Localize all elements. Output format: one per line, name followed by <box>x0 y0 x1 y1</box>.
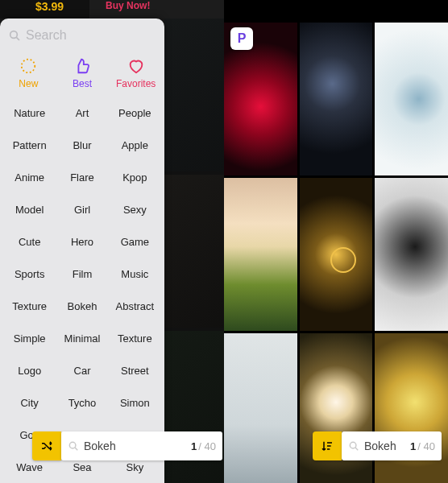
wallpaper-tile[interactable] <box>375 23 448 175</box>
category-item[interactable]: Hero <box>71 236 93 248</box>
search-placeholder: Search <box>26 28 67 43</box>
svg-point-3 <box>69 442 76 448</box>
category-item[interactable]: Simon <box>120 397 150 409</box>
bottom-search-pill[interactable]: Bokeh 1 / 40 <box>342 431 442 460</box>
right-screenshot: P Bokeh 1 / 40 <box>224 0 448 483</box>
heart-icon <box>127 57 145 75</box>
category-item[interactable]: Nature <box>14 107 45 119</box>
category-item[interactable]: Bokeh <box>68 300 97 312</box>
sort-icon <box>321 440 334 452</box>
category-item[interactable]: Girl <box>74 204 90 216</box>
wallpaper-tile[interactable] <box>375 333 448 483</box>
category-item[interactable]: Music <box>121 268 148 280</box>
category-item[interactable]: Apple <box>122 139 148 151</box>
sort-button[interactable] <box>313 431 342 460</box>
sun-icon <box>19 57 37 75</box>
category-item[interactable]: Flare <box>70 171 94 184</box>
bottom-search-pill[interactable]: Bokeh 1 / 40 <box>61 431 222 460</box>
category-item[interactable]: Sky <box>126 461 143 473</box>
sidebar-sheet: Search New Best Favorites Nature Art Peo… <box>0 19 164 483</box>
category-item[interactable]: Pattern <box>13 139 47 151</box>
category-item[interactable]: Minimal <box>64 332 101 345</box>
category-item[interactable]: Street <box>121 365 149 377</box>
bottom-toolbar-right: Bokeh 1 / 40 <box>313 431 442 460</box>
top-banner: $3.99 Buy Now! <box>0 0 224 19</box>
category-item[interactable]: Texture <box>118 332 152 345</box>
category-item[interactable]: Texture <box>12 300 47 312</box>
svg-line-1 <box>16 37 19 40</box>
svg-point-5 <box>350 442 356 448</box>
category-item[interactable]: Anime <box>15 171 44 184</box>
thumbs-up-icon <box>73 57 91 75</box>
category-item[interactable]: People <box>118 107 151 119</box>
wallpaper-tile[interactable] <box>224 333 297 483</box>
category-item[interactable]: City <box>20 397 38 409</box>
category-item[interactable]: Car <box>74 365 91 377</box>
app-badge[interactable]: P <box>230 27 253 50</box>
result-current: 1 <box>191 440 197 452</box>
category-item[interactable]: Tycho <box>68 397 97 409</box>
svg-line-6 <box>355 448 358 450</box>
filter-tabs: New Best Favorites <box>0 52 164 97</box>
tab-favorites[interactable]: Favorites <box>112 57 160 89</box>
wallpaper-grid <box>224 23 448 483</box>
category-item[interactable]: Game <box>121 236 149 248</box>
bottom-toolbar-left: Bokeh 1 / 40 <box>32 431 222 460</box>
shuffle-icon <box>40 440 53 452</box>
category-item[interactable]: Film <box>73 268 93 280</box>
category-item[interactable]: Simple <box>14 332 46 345</box>
search-icon <box>348 440 359 452</box>
svg-point-2 <box>22 60 35 73</box>
tab-new[interactable]: New <box>4 57 52 89</box>
result-total: / 40 <box>417 440 435 452</box>
category-item[interactable]: Logo <box>18 365 41 377</box>
category-item[interactable]: Cute <box>19 236 40 248</box>
svg-line-4 <box>75 448 77 450</box>
category-item[interactable]: Sexy <box>123 204 147 216</box>
wallpaper-tile[interactable] <box>300 178 373 331</box>
category-item[interactable]: Sports <box>15 268 45 280</box>
wallpaper-tile[interactable] <box>375 178 448 331</box>
result-total: / 40 <box>198 440 216 452</box>
search-term: Bokeh <box>364 440 410 452</box>
buy-now-button[interactable]: Buy Now! <box>106 0 150 11</box>
wallpaper-tile[interactable] <box>224 178 297 331</box>
wallpaper-tile[interactable] <box>300 333 373 483</box>
left-screenshot: $3.99 Buy Now! Search New Best Favorites <box>0 0 224 483</box>
svg-point-0 <box>10 31 18 39</box>
wallpaper-tile[interactable] <box>300 23 373 175</box>
search-icon <box>68 440 79 452</box>
category-item[interactable]: Blur <box>73 139 91 151</box>
category-item[interactable]: Wave <box>16 461 43 473</box>
dimmed-background-grid <box>164 19 224 483</box>
category-item[interactable]: Abstract <box>115 300 154 312</box>
app-badge-letter: P <box>238 31 247 46</box>
category-item[interactable]: Sea <box>73 461 91 473</box>
shuffle-button[interactable] <box>32 431 61 460</box>
category-item[interactable]: Art <box>76 107 89 119</box>
price-label: $3.99 <box>35 0 64 13</box>
category-grid: Nature Art People Pattern Blur Apple Ani… <box>0 97 164 483</box>
tab-best[interactable]: Best <box>58 57 106 89</box>
result-current: 1 <box>410 440 416 452</box>
category-item[interactable]: Kpop <box>122 171 147 184</box>
search-term: Bokeh <box>84 440 191 452</box>
category-item[interactable]: Model <box>15 204 44 216</box>
search-input[interactable]: Search <box>0 19 164 52</box>
search-icon <box>8 29 21 42</box>
